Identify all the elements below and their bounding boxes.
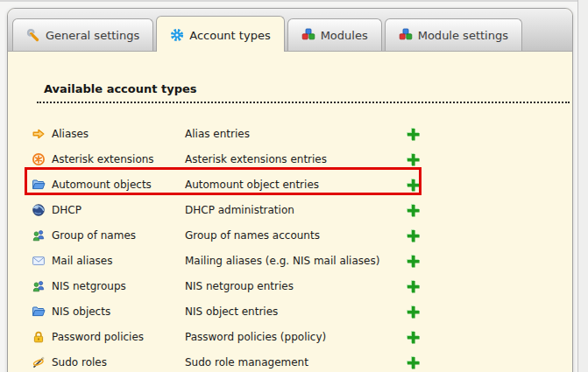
add-account-type-button[interactable] [406,254,420,268]
page-right-gutter [578,0,588,372]
add-account-type-button[interactable] [406,203,420,217]
add-account-type-button[interactable] [406,178,420,192]
account-type-name: DHCP [52,204,185,216]
page-right-border [577,0,578,372]
add-account-type-button[interactable] [406,355,420,369]
plus-icon [406,228,420,242]
users-icon [32,279,48,293]
plus-icon [406,127,420,141]
account-type-row: DHCP DHCP administration [32,197,420,222]
section-title: Available account types [37,82,570,103]
globe-icon [32,203,48,217]
account-type-name: Sudo roles [52,356,185,368]
tab-label: Module settings [418,29,508,42]
account-type-description: Alias entries [185,128,406,140]
add-account-type-button[interactable] [406,152,420,166]
plus-icon [406,152,420,166]
account-type-name: Mail aliases [52,255,185,267]
tab-general-settings[interactable]: General settings [12,18,153,51]
account-type-name: Aliases [52,128,185,140]
plus-icon [406,279,420,293]
account-type-description: Sudo role management [185,356,406,368]
account-type-name: NIS netgroups [52,280,185,292]
add-account-type-button[interactable] [406,305,420,319]
account-type-description: Asterisk extensions entries [185,153,406,165]
window-top-edge [0,0,588,2]
blocks-icon [301,28,315,42]
wand-icon [32,355,48,369]
account-type-row: Mail aliases Mailing aliases (e.g. NIS m… [32,248,420,273]
add-account-type-button[interactable] [406,127,420,141]
tab-account-types[interactable]: Account types [156,16,284,52]
account-type-row: NIS objects NIS object entries [32,298,420,324]
wrench-icon [26,28,40,42]
plus-icon [406,355,420,369]
account-type-description: Password policies (ppolicy) [185,331,406,343]
account-type-name: Asterisk extensions [52,153,185,165]
plus-icon [406,178,420,192]
folder-icon [32,305,48,319]
add-account-type-button[interactable] [406,330,420,344]
account-types-content: Available account types Aliases Alias en… [8,52,572,372]
plus-icon [406,330,420,344]
gear-icon [170,28,184,42]
account-type-name: Group of names [52,229,185,242]
account-type-description: NIS object entries [185,305,406,318]
asterisk-icon [32,152,48,166]
alias-arrow-icon [32,127,48,141]
account-type-row: Password policies Password policies (ppo… [32,324,420,349]
lock-icon [32,330,48,344]
account-type-list: Aliases Alias entries Asterisk extension… [32,121,420,372]
users-icon [32,228,48,242]
account-type-description: Automount object entries [185,179,406,191]
plus-icon [406,254,420,268]
account-type-row: NIS netgroups NIS netgroup entries [32,273,420,298]
account-type-row: Sudo roles Sudo role management [32,349,420,372]
add-account-type-button[interactable] [406,228,420,242]
account-type-name: NIS objects [52,305,185,318]
folder-icon [32,178,48,192]
mail-icon [32,254,48,268]
account-type-row: Aliases Alias entries [32,121,420,146]
account-type-name: Automount objects [52,179,185,191]
account-type-row: Automount objects Automount object entri… [32,172,420,197]
blocks-icon [399,28,413,42]
tab-label: Modules [321,29,368,42]
settings-panel: General settings Account types Modules M… [7,8,573,372]
plus-icon [406,305,420,319]
tab-label: General settings [46,29,139,42]
account-type-description: Group of names accounts [185,229,406,242]
tab-bar: General settings Account types Modules M… [8,9,572,52]
add-account-type-button[interactable] [406,279,420,293]
account-type-description: NIS netgroup entries [185,280,406,292]
account-type-name: Password policies [52,331,185,343]
tab-modules[interactable]: Modules [287,18,382,51]
plus-icon [406,203,420,217]
account-type-row: Group of names Group of names accounts [32,222,420,248]
tab-module-settings[interactable]: Module settings [385,18,522,51]
account-type-description: DHCP administration [185,204,406,216]
tab-label: Account types [189,29,270,42]
account-type-description: Mailing aliases (e.g. NIS mail aliases) [185,255,406,267]
account-type-row: Asterisk extensions Asterisk extensions … [32,146,420,172]
